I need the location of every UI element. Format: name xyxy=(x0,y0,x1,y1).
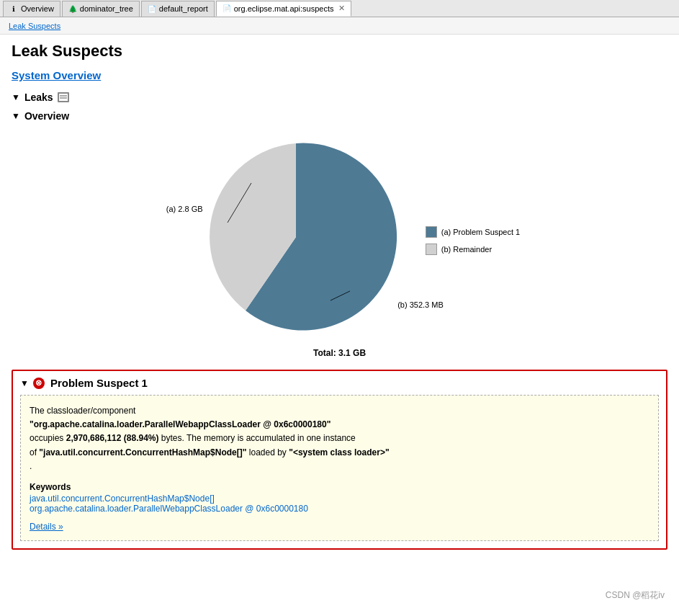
suspect-arrow-icon: ▼ xyxy=(20,378,29,388)
details-link[interactable]: Details » xyxy=(30,522,63,532)
svg-rect-3 xyxy=(60,97,67,99)
desc-line4: of xyxy=(30,447,37,457)
suspects-icon: 📄 xyxy=(222,4,231,13)
legend-color-a xyxy=(426,226,437,238)
leaks-section-label: Leaks xyxy=(24,91,53,103)
legend-item-a: (a) Problem Suspect 1 xyxy=(426,226,520,238)
svg-rect-2 xyxy=(60,95,67,97)
leaks-section-header[interactable]: ▼ Leaks xyxy=(12,91,667,103)
leaks-image-icon xyxy=(58,92,69,102)
keywords-section: Keywords java.util.concurrent.Concurrent… xyxy=(30,482,649,514)
overview-section-header[interactable]: ▼ Overview xyxy=(12,110,667,122)
suspect-header[interactable]: ▼ ⊗ Problem Suspect 1 xyxy=(13,371,666,395)
desc-line1: The classloader/component xyxy=(30,406,135,416)
legend-item-b: (b) Remainder xyxy=(426,244,520,255)
leaks-arrow-icon: ▼ xyxy=(12,92,20,102)
tab-dominator-tree[interactable]: 🌲 dominator_tree xyxy=(62,1,140,17)
tab-default-report[interactable]: 📄 default_report xyxy=(141,1,215,17)
desc-line5: loaded by xyxy=(249,447,287,457)
desc-bold3: "java.util.concurrent.ConcurrentHashMap$… xyxy=(39,447,246,457)
problem-suspect-box: ▼ ⊗ Problem Suspect 1 The classloader/co… xyxy=(12,370,667,550)
desc-bold1: "org.apache.catalina.loader.ParallelWeba… xyxy=(30,419,330,429)
suspect-body: The classloader/component "org.apache.ca… xyxy=(20,395,659,541)
desc-line3: bytes. The memory is accumulated in one … xyxy=(161,433,356,443)
tab-bar: ℹ Overview 🌲 dominator_tree 📄 default_re… xyxy=(0,0,679,17)
desc-line2: occupies xyxy=(30,433,63,443)
desc-bold2: 2,970,686,112 (88.94%) xyxy=(66,433,159,443)
desc-bold4: "<system class loader>" xyxy=(289,447,389,457)
suspect-error-icon: ⊗ xyxy=(33,378,45,389)
tab-default-report-label: default_report xyxy=(159,4,208,13)
chart-total: Total: 3.1 GB xyxy=(12,348,667,358)
overview-icon: ℹ xyxy=(9,4,18,13)
keyword-link-2[interactable]: org.apache.catalina.loader.ParallelWebap… xyxy=(30,504,649,514)
dominator-icon: 🌲 xyxy=(68,4,77,13)
legend-label-b: (b) Remainder xyxy=(441,245,492,254)
keyword-link-1[interactable]: java.util.concurrent.ConcurrentHashMap$N… xyxy=(30,494,649,504)
keywords-title: Keywords xyxy=(30,482,649,492)
pie-chart xyxy=(188,136,404,338)
chart-container: (a) 2.8 GB (b) 352.3 MB xyxy=(159,136,404,345)
tab-dominator-label: dominator_tree xyxy=(80,4,133,13)
legend-color-b xyxy=(426,244,437,255)
default-report-icon: 📄 xyxy=(148,4,156,13)
breadcrumb-link[interactable]: Leak Suspects xyxy=(9,22,60,30)
suspect-title: Problem Suspect 1 xyxy=(50,377,148,389)
suspect-description: The classloader/component "org.apache.ca… xyxy=(30,404,649,473)
tab-suspects-label: org.eclipse.mat.api:suspects xyxy=(234,4,334,13)
legend-label-a: (a) Problem Suspect 1 xyxy=(441,228,520,236)
page-body: Leak Suspects System Overview ▼ Leaks ▼ … xyxy=(0,35,679,564)
desc-end: . xyxy=(30,461,32,471)
chart-legend: (a) Problem Suspect 1 (b) Remainder xyxy=(426,226,520,255)
watermark: CSDN @稻花iv xyxy=(606,589,665,602)
tab-suspects[interactable]: 📄 org.eclipse.mat.api:suspects ✕ xyxy=(216,1,351,17)
chart-label-b: (b) 352.3 MB xyxy=(397,300,444,309)
system-overview-link[interactable]: System Overview xyxy=(12,69,101,81)
tab-overview-label: Overview xyxy=(21,4,54,13)
overview-arrow-icon: ▼ xyxy=(12,111,20,121)
main-content: Leak Suspects Leak Suspects System Overv… xyxy=(0,17,679,616)
chart-wrapper: (a) 2.8 GB (b) 352.3 MB xyxy=(12,136,667,345)
overview-section-label: Overview xyxy=(24,110,69,122)
tab-close-icon[interactable]: ✕ xyxy=(338,4,345,13)
tab-overview[interactable]: ℹ Overview xyxy=(3,1,60,17)
breadcrumb: Leak Suspects xyxy=(0,17,679,35)
page-title: Leak Suspects xyxy=(12,42,667,61)
